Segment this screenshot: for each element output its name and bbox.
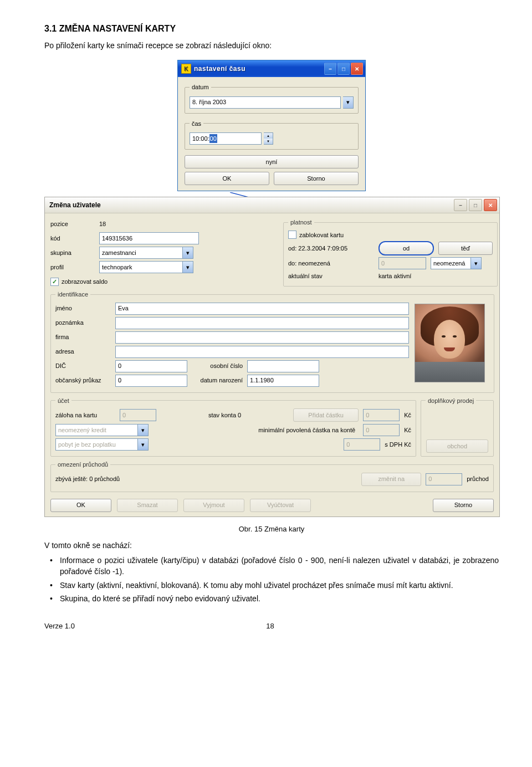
block-checkbox[interactable] xyxy=(288,231,296,239)
label-pozice: pozice xyxy=(50,219,99,229)
window-title: Změna uživatele xyxy=(49,200,101,210)
minimize-icon[interactable]: – xyxy=(324,63,336,75)
ident-legend: identifikace xyxy=(55,290,90,299)
neomezena-value: neomezená xyxy=(433,259,466,268)
stavkonta-label: stav konta 0 xyxy=(161,411,289,420)
storno-button[interactable]: Storno xyxy=(433,499,494,512)
skupina-select[interactable]: zamestnanci ▾ xyxy=(99,247,193,259)
chevron-down-icon[interactable]: ▾ xyxy=(183,247,193,259)
list-item: Skupina, do které se přiřadí nový nebo e… xyxy=(60,593,499,604)
poznamka-input[interactable] xyxy=(115,317,409,329)
kod-input[interactable]: 149315636 xyxy=(99,232,199,244)
kc-label2: Kč xyxy=(404,426,411,435)
window-title: nastavení času xyxy=(194,64,245,74)
label-jmeno: jméno xyxy=(55,304,115,313)
zmenit-input: 0 xyxy=(426,473,462,485)
chevron-down-icon: ▾ xyxy=(138,424,149,436)
ucet-panel: účet záloha na kartu 0 stav konta 0 Přid… xyxy=(50,396,416,457)
obcansky-input[interactable]: 0 xyxy=(115,375,187,387)
label-skupina: skupina xyxy=(50,248,99,258)
ident-panel: identifikace jméno Eva poznámka firma xyxy=(50,290,494,393)
datumnar-input[interactable]: 1.1.1980 xyxy=(247,375,319,387)
bullet-list: Informace o pozici uživatele (karty/čipu… xyxy=(44,555,499,604)
cancel-button[interactable]: Storno xyxy=(274,172,359,185)
dic-input[interactable]: 0 xyxy=(115,360,187,372)
date-legend: datum xyxy=(190,83,211,92)
jmeno-input[interactable]: Eva xyxy=(115,303,409,315)
chevron-down-icon[interactable]: ▾ xyxy=(183,261,193,273)
app-icon: K xyxy=(181,64,191,74)
time-settings-window: K nastavení času – □ ✕ datum 8. října 20… xyxy=(177,60,366,191)
figure-caption: Obr. 15 Změna karty xyxy=(44,524,499,535)
spinner-icon[interactable]: ▲▼ xyxy=(264,132,273,145)
time-legend: čas xyxy=(190,119,203,129)
stav-value: karta aktivní xyxy=(378,272,411,281)
time-group: čas 10:00:00 ▲▼ xyxy=(185,119,359,150)
section-heading: 3.1 ZMĚNA NASTAVENÍ KARTY xyxy=(44,22,499,35)
jmeno-value: Eva xyxy=(118,304,129,313)
minimize-icon[interactable]: – xyxy=(454,199,467,211)
list-item: Stav karty (aktivní, neaktivní, blokovan… xyxy=(60,580,499,591)
intro-text: Po přiložení karty ke snímači recepce se… xyxy=(44,40,499,52)
label-dic: DIČ xyxy=(55,361,115,371)
kod-value: 149315636 xyxy=(102,234,132,243)
dph-label: s DPH Kč xyxy=(385,440,411,449)
label-adresa: adresa xyxy=(55,347,115,356)
dic-value: 0 xyxy=(118,361,121,371)
od-label: od: 22.3.2004 7:09:05 xyxy=(288,244,374,253)
platnost-legend: platnost xyxy=(288,218,314,227)
label-kod: kód xyxy=(50,234,99,243)
time-input[interactable]: 10:00:00 xyxy=(190,132,262,145)
ted-button[interactable]: těď xyxy=(438,242,493,255)
user-photo xyxy=(415,304,485,382)
omezeni-legend: omezení průchodů xyxy=(55,460,110,469)
close-icon[interactable]: ✕ xyxy=(484,199,497,211)
osobni-input[interactable] xyxy=(247,360,319,372)
neomezena-select[interactable]: neomezená ▾ xyxy=(431,257,482,269)
block-label: zablokovat kartu xyxy=(299,231,344,240)
date-input[interactable]: 8. října 2003 xyxy=(190,96,341,109)
now-button[interactable]: nyní xyxy=(185,155,359,168)
zaloha-input: 0 xyxy=(120,409,156,421)
ok-button[interactable]: OK xyxy=(50,499,111,512)
maximize-icon[interactable]: □ xyxy=(469,199,482,211)
pobyt-select: pobyt je bez poplatku ▾ xyxy=(55,438,149,451)
datumnar-value: 1.1.1980 xyxy=(250,376,274,385)
stav-label: aktuální stav xyxy=(288,272,374,281)
label-zaloha: záloha na kartu xyxy=(55,411,115,420)
label-datumnar: datum narození xyxy=(187,376,247,385)
kc-label1: Kč xyxy=(404,411,411,420)
maximize-icon[interactable]: □ xyxy=(337,63,350,75)
od-button[interactable]: od xyxy=(378,241,434,255)
ok-button[interactable]: OK xyxy=(185,172,269,185)
close-icon[interactable]: ✕ xyxy=(351,63,363,75)
pruchod-label: průchod xyxy=(467,474,489,484)
minpovol-input: 0 xyxy=(363,424,400,436)
titlebar: K nastavení času – □ ✕ xyxy=(178,60,365,77)
pobyt-value: pobyt je bez poplatku xyxy=(55,438,138,451)
skupina-value: zamestnanci xyxy=(102,248,136,258)
chevron-down-icon[interactable]: ▾ xyxy=(471,257,482,269)
minpovol-label: minimální povolená částka na kontě xyxy=(153,426,359,435)
value-pozice: 18 xyxy=(99,219,106,229)
kredit-value: neomezený kredit xyxy=(55,424,138,436)
platnost-panel: platnost zablokovat kartu od: 22.3.2004 … xyxy=(283,218,498,287)
time-selection: 00 xyxy=(209,134,217,144)
vyuctovat-button: Vyúčtovat xyxy=(250,499,311,512)
page-number: 18 xyxy=(266,621,274,632)
zmenit-button: změnit na xyxy=(361,473,421,486)
list-item: Informace o pozici uživatele (karty/čipu… xyxy=(60,555,499,577)
saldo-checkbox[interactable] xyxy=(50,278,59,286)
label-osobni: osobní číslo xyxy=(187,361,247,371)
titlebar: Změna uživatele – □ ✕ xyxy=(45,197,499,213)
label-saldo: zobrazovat saldo xyxy=(62,277,108,287)
label-poznamka: poznámka xyxy=(55,318,115,328)
profil-select[interactable]: technopark ▾ xyxy=(99,261,193,273)
firma-input[interactable] xyxy=(115,331,409,344)
label-profil: profil xyxy=(50,263,99,272)
do-value: 0 xyxy=(378,257,426,269)
adresa-input[interactable] xyxy=(115,346,409,358)
chevron-down-icon[interactable]: ▾ xyxy=(343,96,354,109)
label-obcansky: občanský průkaz xyxy=(55,376,115,385)
omezeni-panel: omezení průchodů zbývá ještě: 0 průchodů… xyxy=(50,460,494,492)
